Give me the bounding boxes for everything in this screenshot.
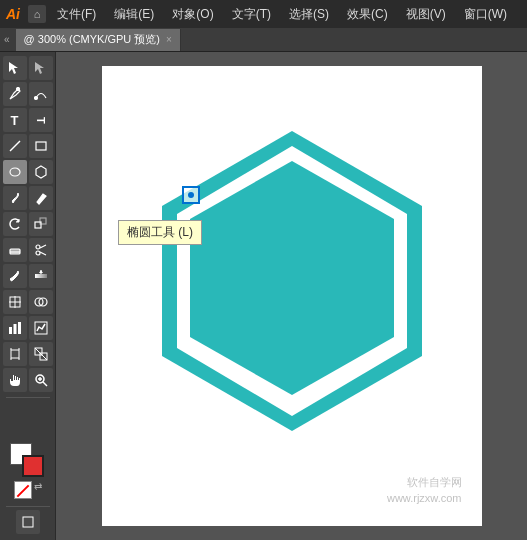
selection-dot — [188, 192, 194, 198]
svg-marker-18 — [39, 270, 43, 273]
tool-row-selection — [0, 56, 55, 80]
svg-marker-0 — [9, 62, 18, 74]
selection-tool[interactable] — [3, 56, 27, 80]
color-area: ⇄ — [6, 439, 50, 503]
eraser-tool[interactable] — [3, 238, 27, 262]
svg-rect-40 — [23, 517, 33, 527]
watermark-line1: 软件自学网 — [407, 476, 462, 488]
tool-row-mesh — [0, 290, 55, 314]
tab-bar: « @ 300% (CMYK/GPU 预览) × — [0, 28, 527, 52]
stroke-box[interactable] — [22, 455, 44, 477]
tool-row-shape1 — [0, 134, 55, 158]
toolbar-separator2 — [6, 506, 50, 507]
menu-file[interactable]: 文件(F) — [54, 4, 99, 25]
svg-rect-24 — [9, 327, 12, 334]
svg-rect-26 — [18, 322, 21, 334]
fill-stroke-indicator[interactable] — [10, 443, 46, 479]
main-area: T T — [0, 52, 527, 540]
svg-rect-25 — [13, 324, 16, 334]
svg-line-14 — [40, 245, 46, 248]
scissors-tool[interactable] — [29, 238, 53, 262]
tool-row-view — [0, 368, 55, 392]
tab-close-icon[interactable]: × — [166, 34, 172, 45]
tool-row-type: T T — [0, 108, 55, 132]
app-logo: Ai — [6, 6, 20, 22]
tool-row-shape2 — [0, 160, 55, 184]
vertical-type-tool[interactable]: T — [29, 108, 53, 132]
svg-marker-7 — [36, 166, 46, 178]
menu-window[interactable]: 窗口(W) — [461, 4, 510, 25]
svg-line-37 — [43, 382, 47, 386]
polygon-tool[interactable] — [29, 160, 53, 184]
graph-tool[interactable] — [3, 316, 27, 340]
svg-line-4 — [10, 141, 20, 151]
svg-rect-16 — [35, 274, 47, 278]
selection-handle[interactable] — [182, 186, 200, 204]
pencil-tool[interactable] — [29, 186, 53, 210]
menu-effect[interactable]: 效果(C) — [344, 4, 391, 25]
rotate-tool[interactable] — [3, 212, 27, 236]
tool-row-graph — [0, 316, 55, 340]
watermark-text: 软件自学网 www.rjzxw.com — [387, 475, 462, 506]
pen-tool[interactable] — [3, 82, 27, 106]
tool-row-pen — [0, 82, 55, 106]
watermark-line2: www.rjzxw.com — [387, 492, 462, 504]
chart-tool[interactable] — [29, 316, 53, 340]
title-bar: Ai ⌂ 文件(F) 编辑(E) 对象(O) 文字(T) 选择(S) 效果(C)… — [0, 0, 527, 28]
direct-select-tool[interactable] — [29, 56, 53, 80]
tool-row-transform — [0, 212, 55, 236]
document-tab[interactable]: @ 300% (CMYK/GPU 预览) × — [16, 29, 181, 51]
toolbar-separator — [6, 397, 50, 398]
svg-marker-1 — [35, 62, 44, 74]
tool-row-edit — [0, 238, 55, 262]
tab-label: @ 300% (CMYK/GPU 预览) — [24, 32, 160, 47]
svg-point-12 — [36, 245, 40, 249]
none-color-icon[interactable] — [14, 481, 32, 499]
canvas-document: 软件自学网 www.rjzxw.com — [102, 66, 482, 526]
gradient-tool[interactable] — [29, 264, 53, 288]
tool-row-screen — [0, 510, 55, 534]
artboard-tool[interactable] — [3, 342, 27, 366]
home-icon[interactable]: ⌂ — [28, 5, 46, 23]
menu-edit[interactable]: 编辑(E) — [111, 4, 157, 25]
tool-row-draw — [0, 186, 55, 210]
svg-point-3 — [34, 97, 37, 100]
svg-line-33 — [35, 348, 47, 360]
menu-object[interactable]: 对象(O) — [169, 4, 216, 25]
type-tool[interactable]: T — [3, 108, 27, 132]
tool-row-artboard — [0, 342, 55, 366]
svg-line-15 — [40, 252, 46, 255]
line-tool[interactable] — [3, 134, 27, 158]
hexagon-svg — [132, 111, 452, 481]
svg-point-6 — [10, 168, 20, 176]
hand-tool[interactable] — [3, 368, 27, 392]
exchange-icon[interactable]: ⇄ — [34, 481, 42, 499]
menu-view[interactable]: 视图(V) — [403, 4, 449, 25]
ellipse-tool[interactable] — [3, 160, 27, 184]
svg-point-2 — [16, 88, 19, 91]
shape-builder-tool[interactable] — [29, 290, 53, 314]
eyedropper-tool[interactable] — [3, 264, 27, 288]
svg-rect-5 — [36, 142, 46, 150]
slice-tool[interactable] — [29, 342, 53, 366]
tool-row-color — [0, 264, 55, 288]
collapse-icon[interactable]: « — [4, 34, 10, 45]
svg-point-13 — [36, 251, 40, 255]
rectangle-tool[interactable] — [29, 134, 53, 158]
toolbar: T T — [0, 52, 56, 540]
curvature-tool[interactable] — [29, 82, 53, 106]
watermark: 软件自学网 www.rjzxw.com — [387, 475, 462, 506]
paintbrush-tool[interactable] — [3, 186, 27, 210]
mesh-tool[interactable] — [3, 290, 27, 314]
menu-select[interactable]: 选择(S) — [286, 4, 332, 25]
menu-text[interactable]: 文字(T) — [229, 4, 274, 25]
canvas-area: 软件自学网 www.rjzxw.com 椭圆工具 (L) — [56, 52, 527, 540]
screen-mode-tool[interactable] — [16, 510, 40, 534]
scale-tool[interactable] — [29, 212, 53, 236]
menu-bar: 文件(F) 编辑(E) 对象(O) 文字(T) 选择(S) 效果(C) 视图(V… — [54, 4, 510, 25]
svg-rect-28 — [11, 350, 19, 358]
color-extra-row: ⇄ — [14, 481, 42, 499]
zoom-tool[interactable] — [29, 368, 53, 392]
